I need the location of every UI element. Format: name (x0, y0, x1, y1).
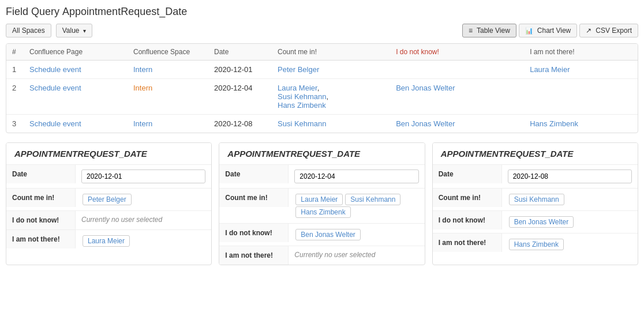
card-do-not-know-row: I do not know! Ben Jonas Welter (219, 224, 424, 246)
count-me-in-tag[interactable]: Peter Belger (83, 194, 132, 205)
count-me-in-label: Count me in! (433, 189, 502, 207)
count-me-in-label: Count me in! (219, 189, 289, 207)
chevron-down-icon: ▾ (83, 28, 86, 34)
count-me-in-user[interactable]: Susi Kehmann (278, 92, 327, 101)
not-there-label: I am not there! (433, 233, 502, 252)
data-table: # Confluence Page Confluence Space Date … (6, 44, 638, 133)
toolbar-right: Table View Chart View CSV Export (462, 24, 638, 37)
page-title: Field Query AppointmentRequest_Date (6, 6, 638, 18)
card-not-there-row: I am not there! Laura Meier (6, 230, 211, 252)
cell-page: Schedule event (24, 61, 128, 79)
table-header-row: # Confluence Page Confluence Space Date … (6, 44, 638, 61)
count-me-in-tag[interactable]: Laura Meier (295, 194, 343, 205)
date-value (502, 165, 638, 188)
cell-date: 2020-12-08 (208, 115, 272, 133)
confluence-space-link[interactable]: Intern (133, 65, 152, 74)
date-value (76, 165, 211, 188)
do-not-know-value: Ben Jonas Welter (289, 224, 424, 246)
cell-i-do-not-know: Ben Jonas Welter (390, 115, 524, 133)
count-me-in-user[interactable]: Hans Zimbenk (278, 101, 326, 110)
value-dropdown-button[interactable]: Value ▾ (56, 24, 92, 37)
card-body: Date Count me in! Peter Belger I do not … (6, 165, 211, 252)
not-there-value: Hans Zimbenk (502, 233, 638, 255)
date-input[interactable] (508, 169, 632, 183)
table-row: 1 Schedule event Intern 2020-12-01 Peter… (6, 61, 638, 79)
cell-i-do-not-know (390, 61, 524, 79)
cell-date: 2020-12-01 (208, 61, 272, 79)
date-input[interactable] (294, 169, 418, 183)
do-not-know-user[interactable]: Ben Jonas Welter (396, 84, 455, 92)
count-me-in-user[interactable]: Peter Belger (278, 65, 319, 74)
cell-i-am-not-there (524, 79, 638, 115)
count-me-in-tag[interactable]: Susi Kehmann (345, 194, 400, 205)
appointment-card: APPOINTMENTREQUEST_DATE Date Count me in… (432, 142, 638, 265)
count-me-in-user[interactable]: Laura Meier (278, 84, 317, 92)
cell-num: 2 (6, 79, 24, 115)
title-normal: AppointmentRequest_Date (62, 6, 187, 17)
cell-num: 3 (6, 115, 24, 133)
cell-page: Schedule event (24, 115, 128, 133)
not-there-user[interactable]: Hans Zimbenk (530, 119, 578, 128)
cell-i-am-not-there: Laura Meier (524, 61, 638, 79)
empty-text: Currently no user selected (81, 216, 162, 224)
all-spaces-button[interactable]: All Spaces (6, 24, 51, 37)
col-header-num: # (6, 44, 24, 61)
cell-space: Intern (128, 79, 208, 115)
confluence-space-link[interactable]: Intern (133, 119, 152, 128)
toolbar: All Spaces Value ▾ Table View Chart View… (6, 24, 638, 37)
card-body: Date Count me in! Susi Kehmann I do not … (433, 165, 638, 255)
date-input[interactable] (81, 169, 205, 183)
date-label: Date (6, 165, 76, 183)
cell-count-me-in: Peter Belger (272, 61, 390, 79)
card-do-not-know-row: I do not know! Currently no user selecte… (6, 211, 211, 230)
card-title: APPOINTMENTREQUEST_DATE (6, 143, 211, 165)
empty-text: Currently no user selected (294, 251, 375, 259)
do-not-know-value: Ben Jonas Welter (502, 211, 638, 233)
do-not-know-value: Currently no user selected (76, 211, 211, 228)
cell-date: 2020-12-04 (208, 79, 272, 115)
card-not-there-row: I am not there! Hans Zimbenk (433, 233, 638, 255)
confluence-page-link[interactable]: Schedule event (29, 119, 81, 128)
card-title: APPOINTMENTREQUEST_DATE (219, 143, 424, 165)
count-me-in-tag[interactable]: Susi Kehmann (509, 194, 564, 205)
date-value (289, 165, 424, 188)
count-me-in-tag[interactable]: Hans Zimbenk (295, 206, 350, 218)
confluence-space-link[interactable]: Intern (133, 84, 152, 92)
cell-space: Intern (128, 61, 208, 79)
csv-export-button[interactable]: CSV Export (579, 24, 638, 37)
cell-num: 1 (6, 61, 24, 79)
confluence-page-link[interactable]: Schedule event (29, 65, 81, 74)
not-there-user[interactable]: Laura Meier (530, 65, 570, 74)
appointment-card: APPOINTMENTREQUEST_DATE Date Count me in… (219, 142, 425, 265)
date-label: Date (433, 165, 502, 183)
card-date-row: Date (6, 165, 211, 189)
chart-view-button[interactable]: Chart View (519, 24, 577, 37)
table-row: 3 Schedule event Intern 2020-12-08 Susi … (6, 115, 638, 133)
card-date-row: Date (433, 165, 638, 189)
card-date-row: Date (219, 165, 424, 189)
not-there-tag[interactable]: Laura Meier (83, 235, 130, 247)
card-count-me-in-row: Count me in! Laura MeierSusi KehmannHans… (219, 189, 424, 224)
cell-count-me-in: Susi Kehmann (272, 115, 390, 133)
not-there-label: I am not there! (6, 230, 76, 248)
count-me-in-value: Peter Belger (76, 189, 211, 210)
not-there-tag[interactable]: Hans Zimbenk (509, 239, 564, 250)
do-not-know-user[interactable]: Ben Jonas Welter (396, 119, 455, 128)
do-not-know-tag[interactable]: Ben Jonas Welter (295, 229, 361, 240)
confluence-page-link[interactable]: Schedule event (29, 84, 81, 92)
card-count-me-in-row: Count me in! Susi Kehmann (433, 189, 638, 211)
do-not-know-tag[interactable]: Ben Jonas Welter (509, 216, 574, 228)
table-view-button[interactable]: Table View (462, 24, 516, 37)
cards-container: APPOINTMENTREQUEST_DATE Date Count me in… (6, 142, 638, 265)
card-body: Date Count me in! Laura MeierSusi Kehman… (219, 165, 424, 265)
csv-icon (586, 27, 593, 35)
col-header-page: Confluence Page (24, 44, 128, 61)
table-icon (469, 27, 474, 35)
count-me-in-user[interactable]: Susi Kehmann (278, 119, 327, 128)
count-me-in-value: Laura MeierSusi KehmannHans Zimbenk (289, 189, 424, 223)
date-label: Date (219, 165, 289, 183)
card-count-me-in-row: Count me in! Peter Belger (6, 189, 211, 211)
toolbar-left: All Spaces Value ▾ (6, 24, 92, 37)
chart-icon (525, 27, 535, 35)
count-me-in-label: Count me in! (6, 189, 76, 207)
